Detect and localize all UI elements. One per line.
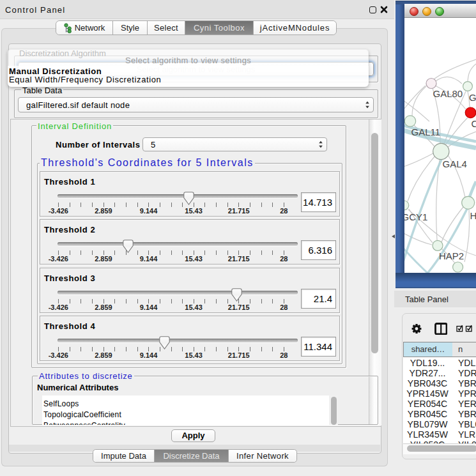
svg-text:H: H bbox=[470, 210, 476, 221]
svg-text:GAL4: GAL4 bbox=[443, 158, 467, 169]
svg-text:GCY1: GCY1 bbox=[404, 211, 427, 222]
svg-text:C: C bbox=[472, 118, 476, 129]
svg-text:GAL80: GAL80 bbox=[433, 88, 463, 99]
svg-text:HAP2: HAP2 bbox=[439, 250, 464, 261]
svg-text:GA: GA bbox=[469, 92, 476, 103]
svg-text:GAL11: GAL11 bbox=[411, 127, 441, 137]
